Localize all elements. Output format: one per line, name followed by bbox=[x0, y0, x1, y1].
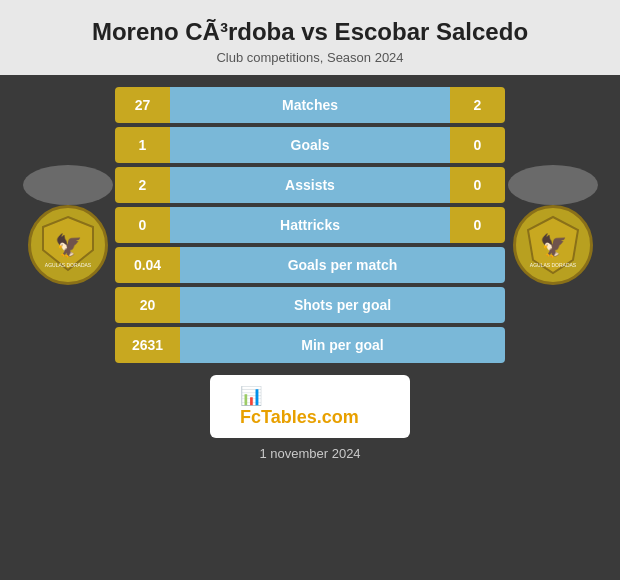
left-oval bbox=[23, 165, 113, 205]
stat-right-val-0: 2 bbox=[450, 87, 505, 123]
stat-bar-6: Min per goal bbox=[180, 327, 505, 363]
right-shield: 🦅 AGULAS DORADAS bbox=[513, 205, 593, 285]
stat-label-1: Goals bbox=[291, 137, 330, 153]
footer-date: 1 november 2024 bbox=[259, 446, 360, 471]
subtitle: Club competitions, Season 2024 bbox=[20, 50, 600, 65]
right-oval bbox=[508, 165, 598, 205]
stat-bar-1: Goals bbox=[170, 127, 450, 163]
stat-left-val-0: 27 bbox=[115, 87, 170, 123]
stat-label-4: Goals per match bbox=[288, 257, 398, 273]
stat-bar-2: Assists bbox=[170, 167, 450, 203]
stat-bar-0: Matches bbox=[170, 87, 450, 123]
page-title: Moreno CÃ³rdoba vs Escobar Salcedo bbox=[20, 18, 600, 46]
stat-right-val-3: 0 bbox=[450, 207, 505, 243]
stat-left-val-5: 20 bbox=[115, 287, 180, 323]
stat-left-val-2: 2 bbox=[115, 167, 170, 203]
stat-right-val-1: 0 bbox=[450, 127, 505, 163]
stat-row-2: 2Assists0 bbox=[115, 167, 505, 203]
stat-label-6: Min per goal bbox=[301, 337, 383, 353]
logo-container: 📊 FcTables.com bbox=[210, 375, 410, 438]
stat-row-0: 27Matches2 bbox=[115, 87, 505, 123]
right-team: 🦅 AGULAS DORADAS bbox=[505, 165, 600, 285]
stats-list: 27Matches21Goals02Assists00Hattricks00.0… bbox=[115, 87, 505, 363]
logo-label: FcTables.com bbox=[240, 407, 359, 427]
footer-section: 📊 FcTables.com 1 november 2024 bbox=[10, 363, 610, 481]
left-team: 🦅 AGULAS DORADAS bbox=[20, 165, 115, 285]
stat-label-3: Hattricks bbox=[280, 217, 340, 233]
svg-text:AGULAS DORADAS: AGULAS DORADAS bbox=[529, 262, 576, 268]
svg-text:🦅: 🦅 bbox=[539, 232, 567, 259]
stat-label-5: Shots per goal bbox=[294, 297, 391, 313]
stat-row-5: 20Shots per goal bbox=[115, 287, 505, 323]
svg-text:AGULAS DORADAS: AGULAS DORADAS bbox=[44, 262, 91, 268]
stat-bar-3: Hattricks bbox=[170, 207, 450, 243]
stat-label-2: Assists bbox=[285, 177, 335, 193]
stat-left-val-1: 1 bbox=[115, 127, 170, 163]
left-shield: 🦅 AGULAS DORADAS bbox=[28, 205, 108, 285]
stat-left-val-4: 0.04 bbox=[115, 247, 180, 283]
stat-row-6: 2631Min per goal bbox=[115, 327, 505, 363]
header: Moreno CÃ³rdoba vs Escobar Salcedo Club … bbox=[0, 0, 620, 75]
stat-label-0: Matches bbox=[282, 97, 338, 113]
stat-right-val-2: 0 bbox=[450, 167, 505, 203]
stat-row-4: 0.04Goals per match bbox=[115, 247, 505, 283]
stat-row-3: 0Hattricks0 bbox=[115, 207, 505, 243]
stat-bar-4: Goals per match bbox=[180, 247, 505, 283]
stat-row-1: 1Goals0 bbox=[115, 127, 505, 163]
stat-left-val-3: 0 bbox=[115, 207, 170, 243]
stats-section: 🦅 AGULAS DORADAS 27Matches21Goals02Assis… bbox=[10, 87, 610, 363]
stat-left-val-6: 2631 bbox=[115, 327, 180, 363]
stat-bar-5: Shots per goal bbox=[180, 287, 505, 323]
svg-text:🦅: 🦅 bbox=[54, 232, 82, 259]
logo-text: 📊 FcTables.com bbox=[240, 385, 380, 428]
